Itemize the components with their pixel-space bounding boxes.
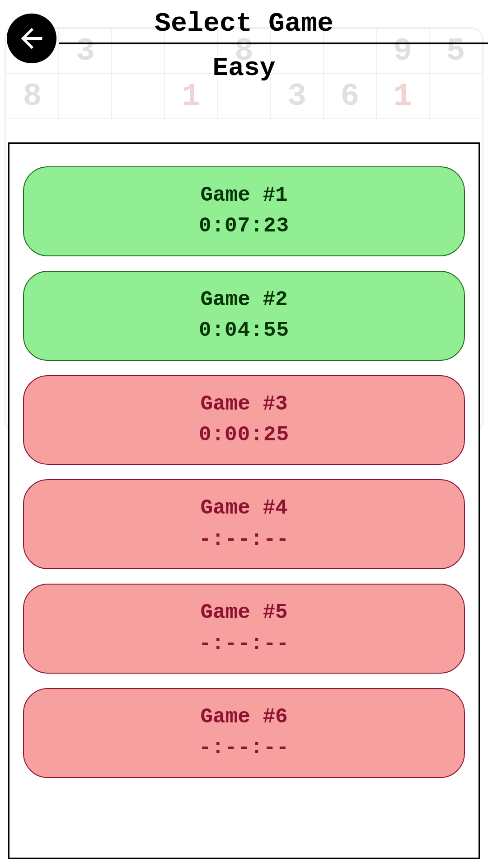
game-select-modal: Game #1 0:07:23 Game #2 0:04:55 Game #3 … — [8, 142, 480, 859]
game-label: Game #2 — [200, 288, 287, 311]
game-label: Game #3 — [200, 392, 287, 416]
game-time: 0:04:55 — [24, 316, 464, 345]
game-time: -:--:-- — [24, 629, 464, 658]
game-label: Game #6 — [200, 705, 287, 729]
game-time: -:--:-- — [24, 525, 464, 554]
back-button[interactable] — [7, 14, 56, 63]
game-card-2[interactable]: Game #2 0:04:55 — [23, 271, 465, 361]
difficulty-label: Easy — [0, 53, 488, 83]
header-divider — [59, 42, 488, 44]
header: Select Game Easy — [0, 0, 488, 83]
arrow-left-icon — [16, 23, 47, 54]
game-card-1[interactable]: Game #1 0:07:23 — [23, 166, 465, 256]
game-time: 0:07:23 — [24, 212, 464, 241]
game-label: Game #5 — [200, 601, 287, 624]
game-label: Game #4 — [200, 496, 287, 520]
game-card-3[interactable]: Game #3 0:00:25 — [23, 375, 465, 465]
game-time: 0:00:25 — [24, 420, 464, 449]
game-time: -:--:-- — [24, 733, 464, 762]
game-card-4[interactable]: Game #4 -:--:-- — [23, 479, 465, 569]
game-card-5[interactable]: Game #5 -:--:-- — [23, 584, 465, 674]
game-label: Game #1 — [200, 184, 287, 207]
page-title: Select Game — [0, 5, 488, 39]
game-card-6[interactable]: Game #6 -:--:-- — [23, 688, 465, 778]
